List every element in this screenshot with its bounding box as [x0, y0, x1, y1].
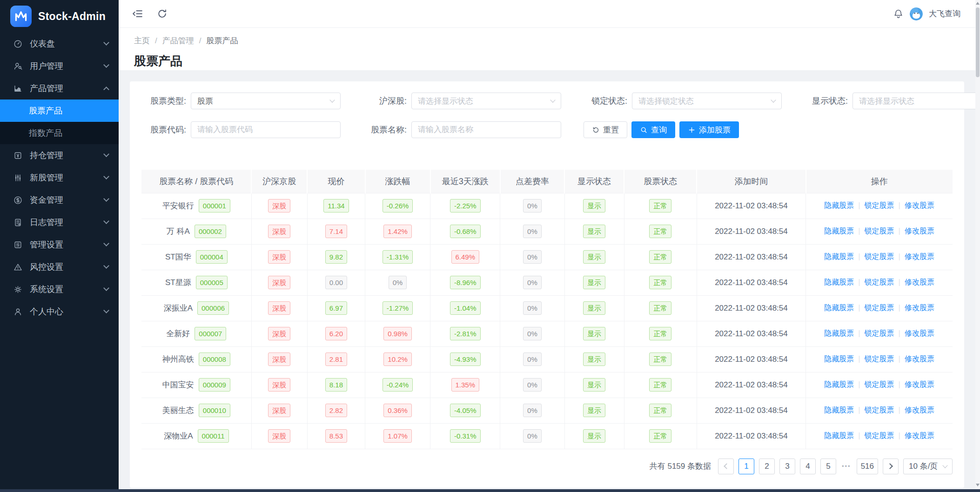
hide-stock-link[interactable]: 隐藏股票	[824, 278, 854, 286]
edit-stock-link[interactable]: 修改股票	[905, 380, 934, 388]
stock-name-cell: 中国宝安000009	[141, 372, 251, 398]
refresh-icon[interactable]	[156, 8, 168, 20]
page-button-1[interactable]: 1	[738, 459, 754, 474]
hide-stock-link[interactable]: 隐藏股票	[824, 406, 854, 414]
lock-stock-link[interactable]: 锁定股票	[865, 201, 894, 209]
hide-stock-link[interactable]: 隐藏股票	[824, 329, 854, 337]
sidebar-item-system-settings[interactable]: 系统设置	[0, 278, 119, 300]
sidebar-item-dashboard[interactable]: 仪表盘	[0, 33, 119, 55]
scrollbar-thumb[interactable]	[976, 7, 980, 77]
edit-stock-link[interactable]: 修改股票	[905, 227, 934, 235]
filter-row-inputs: 股票代码:股票名称:重置查询添加股票	[141, 121, 953, 138]
edit-stock-link[interactable]: 修改股票	[905, 406, 934, 414]
page-button-3[interactable]: 3	[779, 459, 795, 474]
breadcrumb-link[interactable]: 主页	[134, 35, 150, 46]
edit-stock-link[interactable]: 修改股票	[905, 278, 934, 286]
edit-stock-link[interactable]: 修改股票	[905, 304, 934, 312]
sidebar-item-position-management[interactable]: 持仓管理	[0, 144, 119, 166]
page-button-4[interactable]: 4	[800, 459, 816, 474]
hide-stock-link[interactable]: 隐藏股票	[824, 201, 854, 209]
vertical-scrollbar[interactable]	[975, 0, 980, 489]
prev-page-button[interactable]	[718, 459, 734, 474]
change-cell: -0.24%	[365, 372, 430, 398]
action-separator: |	[858, 329, 860, 338]
page-button-2[interactable]: 2	[759, 459, 775, 474]
lock-stock-link[interactable]: 锁定股票	[865, 253, 894, 260]
lock-stock-link[interactable]: 锁定股票	[865, 355, 894, 363]
next-page-button[interactable]	[883, 459, 899, 474]
scroll-up-arrow-icon[interactable]	[976, 2, 980, 5]
table-row: 深振业A000006深股6.97-1.27%-1.04%0%显示正常2022-1…	[141, 295, 953, 321]
sidebar-item-profile[interactable]: 个人中心	[0, 300, 119, 323]
edit-stock-link[interactable]: 修改股票	[905, 201, 934, 209]
reset-button-label: 重置	[603, 125, 619, 135]
filter-label: 沪深股:	[362, 95, 407, 106]
menu-fold-icon[interactable]	[132, 8, 143, 20]
edit-stock-link[interactable]: 修改股票	[905, 329, 934, 337]
bell-icon[interactable]	[893, 8, 904, 19]
sidebar-item-user-management[interactable]: 用户管理	[0, 55, 119, 77]
page-button-last[interactable]: 516	[857, 459, 878, 474]
change-3d-cell: 6.49%	[430, 244, 500, 270]
sidebar-item-new-stock-management[interactable]: 新股管理	[0, 166, 119, 189]
chevron-down-icon	[103, 218, 109, 224]
lock-stock-link[interactable]: 锁定股票	[865, 304, 894, 312]
stock-code-input[interactable]	[191, 121, 341, 138]
edit-stock-link[interactable]: 修改股票	[905, 253, 934, 260]
sidebar-item-risk-settings[interactable]: 风控设置	[0, 256, 119, 278]
lock-stock-link[interactable]: 锁定股票	[865, 432, 894, 439]
lock-stock-link[interactable]: 锁定股票	[865, 406, 894, 414]
avatar[interactable]	[910, 7, 923, 20]
price-badge: 9.82	[325, 250, 347, 264]
hide-stock-link[interactable]: 隐藏股票	[824, 304, 854, 312]
horizontal-scrollbar[interactable]	[0, 489, 980, 492]
stock-name-input[interactable]	[411, 121, 561, 138]
sidebar-subitem-stock-products[interactable]: 股票产品	[0, 100, 119, 122]
added-time-cell: 2022-11-02 03:48:54	[697, 423, 805, 449]
hide-stock-link[interactable]: 隐藏股票	[824, 380, 854, 388]
hide-stock-link[interactable]: 隐藏股票	[824, 432, 854, 439]
reset-button[interactable]: 重置	[584, 121, 627, 138]
sidebar-item-label: 系统设置	[30, 284, 104, 295]
sidebar-subitem-index-products[interactable]: 指数产品	[0, 122, 119, 144]
scroll-down-arrow-icon[interactable]	[976, 484, 980, 486]
display-status-select[interactable]: 请选择显示状态	[852, 93, 975, 109]
sidebar-item-admin-settings[interactable]: 管理设置	[0, 233, 119, 256]
page-ellipsis[interactable]: •••	[841, 463, 852, 470]
lock-status-select[interactable]: 请选择锁定状态	[632, 93, 782, 109]
warning-triangle-icon	[13, 262, 23, 272]
sidebar-item-log-management[interactable]: 日志管理	[0, 211, 119, 233]
breadcrumb-link[interactable]: 产品管理	[162, 35, 194, 46]
sidebar-item-label: 用户管理	[30, 60, 104, 72]
edit-stock-link[interactable]: 修改股票	[905, 432, 934, 439]
page-button-5[interactable]: 5	[820, 459, 836, 474]
action-separator: |	[899, 329, 900, 338]
lock-stock-link[interactable]: 锁定股票	[865, 227, 894, 235]
select-value: 请选择显示状态	[859, 96, 975, 106]
lock-stock-link[interactable]: 锁定股票	[865, 380, 894, 388]
lock-stock-link[interactable]: 锁定股票	[865, 329, 894, 337]
stock-name: 万 科A	[167, 227, 190, 236]
current-user-name[interactable]: 大飞查询	[929, 8, 960, 19]
hs-market-select[interactable]: 请选择显示状态	[411, 93, 561, 109]
sidebar-item-product-management[interactable]: 产品管理	[0, 77, 119, 100]
added-time: 2022-11-02 03:48:54	[715, 432, 788, 440]
hide-stock-link[interactable]: 隐藏股票	[824, 227, 854, 235]
spread-cell: 0%	[500, 219, 564, 244]
add-stock-button-label: 添加股票	[699, 125, 731, 135]
hide-stock-link[interactable]: 隐藏股票	[824, 355, 854, 363]
edit-stock-link[interactable]: 修改股票	[905, 355, 934, 363]
stock-status-cell: 正常	[624, 193, 697, 219]
filter-group-hs-market: 沪深股:请选择显示状态	[362, 93, 561, 109]
table-row: 平安银行000001深股11.34-0.26%-2.25%0%显示正常2022-…	[141, 193, 953, 219]
chevron-down-icon	[771, 97, 776, 102]
market-cell: 深股	[251, 372, 307, 398]
page-size-select[interactable]: 10 条/页	[903, 459, 953, 474]
add-stock-button[interactable]: 添加股票	[679, 121, 739, 138]
hide-stock-link[interactable]: 隐藏股票	[824, 253, 854, 260]
sidebar-item-funds-management[interactable]: 资金管理	[0, 189, 119, 211]
lock-stock-link[interactable]: 锁定股票	[865, 278, 894, 286]
stock-type-select[interactable]: 股票	[191, 93, 341, 109]
stock-status-cell: 正常	[624, 346, 697, 372]
search-button[interactable]: 查询	[631, 121, 675, 138]
